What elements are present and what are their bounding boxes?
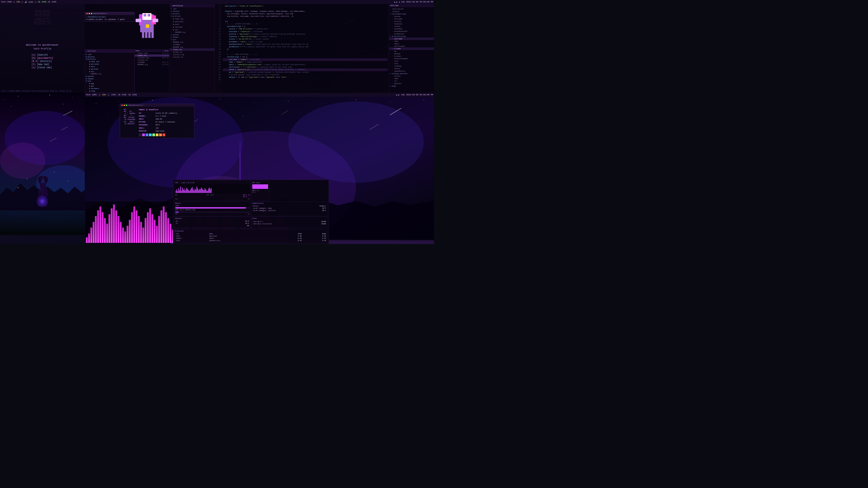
- outline-fontpkg[interactable]: · fontPkg: [389, 65, 434, 67]
- status-cpu: 29%: [17, 1, 20, 3]
- editor-tree-system[interactable]: ▶ system: [169, 33, 215, 36]
- cpu-bar-item: [210, 189, 211, 193]
- outline-username[interactable]: · username: [389, 37, 434, 40]
- outline-bootmode[interactable]: · bootMode: [389, 28, 434, 30]
- sysmon-process-header-row: PID Name CPU% Mem%: [175, 233, 327, 235]
- outline-browser[interactable]: · browser: [389, 55, 434, 57]
- file-tree-item-work[interactable]: ▶ work: [85, 65, 134, 68]
- file-tree-item-patches[interactable]: ▶ patches: [85, 56, 134, 58]
- file-list-item-flakelock[interactable]: · flake.lock 27.5 K: [135, 52, 169, 55]
- file-tree-item-themes[interactable]: ▶ themes: [85, 77, 134, 80]
- file-list-item-license[interactable]: · LICENSE 34.2 K: [135, 61, 169, 64]
- outline-profile[interactable]: · profile: [389, 20, 434, 23]
- outline-description[interactable]: · description: [389, 8, 434, 10]
- ascii-logo: ┌────────┐ ┌────────┐ │ ┌────┐ │ │ ┌────…: [34, 8, 51, 26]
- bottom-right-area: emmet@snowfire:~ WE| RB| OS: Y | KERNEL:…: [85, 97, 434, 244]
- outline-term[interactable]: · term: [389, 60, 434, 62]
- outline-npatch-system[interactable]: · system: [389, 75, 434, 77]
- outline-editor[interactable]: · editor: [389, 67, 434, 70]
- browser-menu-history[interactable]: [$ h] [History]: [31, 60, 53, 63]
- file-tree-item-personal[interactable]: ▶ personal: [85, 63, 134, 65]
- browser-menu-closetab[interactable]: [x] [Close tab]: [31, 66, 53, 69]
- outline-outputs[interactable]: · outputs: [389, 10, 434, 13]
- editor-code-area[interactable]: description = "Flake of LibrePhoenix"; o…: [221, 4, 389, 93]
- sysmon-temp-value-1: 49°C: [308, 207, 327, 209]
- file-list-item-flakenix[interactable]: · flake.nix 2.26 K: [135, 55, 169, 57]
- browser-menu-search[interactable]: [o] [Search]: [31, 54, 53, 56]
- browser-menu-newtab[interactable]: [t] [New tab]: [31, 63, 53, 66]
- outline-email[interactable]: · email: [389, 42, 434, 45]
- outline-theme[interactable]: · ● theme: [389, 47, 434, 50]
- browser-menu-quickmarks[interactable]: [b] [Quickmarks]: [31, 57, 53, 59]
- outline-timezone[interactable]: · timezone: [389, 23, 434, 25]
- outline-npatch-src[interactable]: · src: [389, 80, 434, 82]
- sysmon-proc-pid-2: 550631: [175, 237, 209, 239]
- outline-system[interactable]: · system: [389, 15, 434, 18]
- outline-usersettings[interactable]: ▼ ● userSettings: [389, 35, 434, 37]
- file-tree-item-git[interactable]: ▶ .git: [85, 53, 134, 56]
- outline-locale[interactable]: · locale: [389, 25, 434, 28]
- outline-grubdevice[interactable]: · grubDevice: [389, 33, 434, 35]
- editor-main-area: 12345 678910 1112131415 1617181920 21222…: [215, 4, 389, 93]
- file-tree-item-gui[interactable]: ▶ gui: [85, 85, 134, 87]
- outline-systemsettings[interactable]: ▼ systemSettings: [389, 13, 434, 15]
- editor-tree-git[interactable]: ▶ .git: [169, 7, 215, 10]
- code-line-26: theme = "wunlcorn-yt"; # selected theme …: [223, 68, 388, 71]
- file-tree-item-user[interactable]: ▼ user: [85, 80, 134, 82]
- editor-tree-profiles[interactable]: ▼ profiles: [169, 15, 215, 18]
- editor-tree-flakenix[interactable]: · flake.nix: [169, 48, 215, 51]
- outline-wmtype[interactable]: · wmType: [389, 53, 434, 55]
- outline-hostname[interactable]: · hostname: [389, 18, 434, 20]
- sysmon-temp-col-temp: Temp(C): [308, 205, 327, 207]
- outline-defaultroamdir[interactable]: · defaultRoamDir: [389, 57, 434, 60]
- outline-dotfilesdir[interactable]: · dotfilesDir: [389, 45, 434, 47]
- editor-tree-work[interactable]: ▶ work: [169, 23, 215, 26]
- sysmon-disk-size-1: 304GB: [309, 221, 327, 223]
- editor-tree-patches[interactable]: ▶ patches: [169, 12, 215, 15]
- outline-font[interactable]: · font: [389, 62, 434, 65]
- editor-tree-themes[interactable]: ▶ themes: [169, 36, 215, 38]
- editor-tree-worklab[interactable]: ▶ worklab: [169, 26, 215, 28]
- editor-tree-installsh[interactable]: · install.sh: [169, 56, 215, 58]
- outline-spawneditor[interactable]: · spawnEditor: [389, 70, 434, 72]
- browser-welcome-text: Welcome to Qutebrowser: [26, 43, 59, 46]
- editor-tree-outputs[interactable]: ▶ outputs: [169, 10, 215, 12]
- file-tree-item-lang[interactable]: ▶ lang: [85, 90, 134, 92]
- editor-tree-license[interactable]: · LICENSE: [169, 43, 215, 46]
- editor-tree-readme2[interactable]: · README.org: [169, 46, 215, 48]
- file-list-item-readme[interactable]: · README.org 11.0 K: [135, 64, 169, 66]
- file-list-item-installsh[interactable]: · install.sh: [135, 59, 169, 61]
- editor-tree-user[interactable]: ▶ user: [169, 38, 215, 41]
- editor-tree-personal[interactable]: ▶ personal: [169, 20, 215, 23]
- outline-nixpkgs-patched[interactable]: ▼ nixpkgs-patched: [389, 72, 434, 75]
- file-tree-item-homelab[interactable]: ▶ home lab: [85, 60, 134, 63]
- editor-tree-installorg[interactable]: · install.org: [169, 53, 215, 56]
- file-tree-item-app[interactable]: ▶ app: [85, 82, 134, 85]
- editor-tree-homelab[interactable]: ▶ home lab: [169, 18, 215, 20]
- cpu-bar-item: [203, 190, 204, 193]
- cpu-bar-item: [198, 190, 199, 193]
- outline-name[interactable]: · name: [389, 40, 434, 42]
- viz-bar-item: [99, 206, 101, 243]
- file-tree-item-hardware[interactable]: ▶ hardware: [85, 87, 134, 90]
- file-list-item-installorg[interactable]: · install.org 10.6 K: [135, 57, 169, 59]
- file-tree-item-worklab[interactable]: ▶ worklab: [85, 68, 134, 70]
- outline-wm[interactable]: · wm: [389, 50, 434, 53]
- editor-tree-readme-profiles[interactable]: · README.org: [169, 31, 215, 33]
- cpu-bar-item: [186, 188, 187, 193]
- outline-bootmountpath[interactable]: · bootMountPath: [389, 30, 434, 33]
- outline-npatch-name[interactable]: · name: [389, 77, 434, 80]
- cpu-bar-item: [186, 189, 186, 193]
- cpu-bar-item: [182, 188, 183, 193]
- file-tree-item-wsl[interactable]: ▶ wsl: [85, 70, 134, 73]
- file-tree-item-readme1[interactable]: · README.org: [85, 73, 134, 75]
- viz-bar-item: [131, 212, 133, 243]
- editor-tree-readme-main[interactable]: · README.org: [169, 41, 215, 43]
- outline-npatch-patches[interactable]: · patches: [389, 82, 434, 85]
- file-tree-item-system[interactable]: ▶ system: [85, 75, 134, 77]
- editor-tree-wsl[interactable]: ▶ wsl: [169, 28, 215, 31]
- outline-pkgs[interactable]: ▶ pkgs: [389, 85, 434, 87]
- file-tree-item-profiles[interactable]: ▼ profiles: [85, 58, 134, 60]
- sysmon-processes-title: Processes: [175, 230, 327, 232]
- editor-tree-hardensh[interactable]: · harden.sh: [169, 51, 215, 53]
